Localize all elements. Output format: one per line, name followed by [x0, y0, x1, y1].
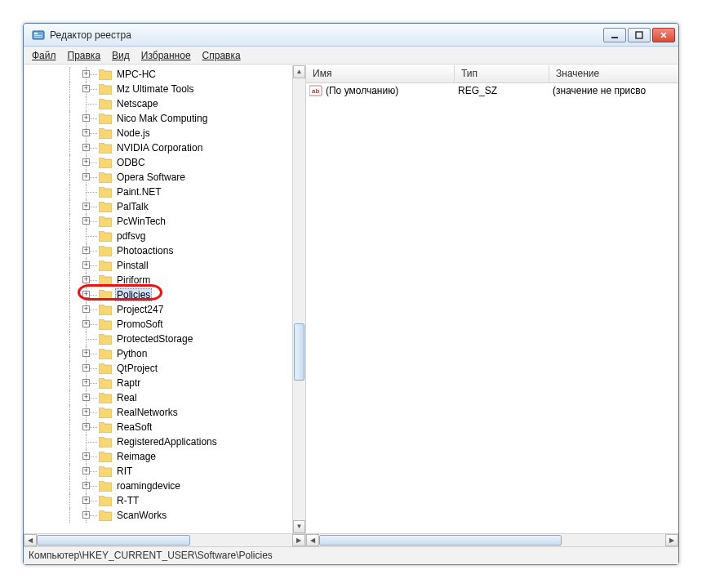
tree-item[interactable]: pdfsvg — [24, 229, 292, 243]
tree-item[interactable]: +NVIDIA Corporation — [24, 140, 292, 155]
string-value-icon: ab — [309, 85, 322, 96]
tree-item[interactable]: +Raptr — [24, 376, 292, 390]
expand-toggle[interactable]: + — [82, 394, 90, 401]
hscroll-thumb[interactable] — [37, 535, 190, 546]
expand-toggle[interactable]: + — [82, 129, 90, 136]
tree-item-label: QtProject — [115, 362, 159, 375]
tree-item[interactable]: +Real — [24, 390, 292, 405]
tree-item-label: roamingdevice — [115, 479, 182, 492]
folder-icon — [99, 349, 112, 359]
menu-view[interactable]: Вид — [107, 48, 135, 63]
expand-toggle[interactable]: + — [82, 497, 90, 504]
tree-item[interactable]: +ODBC — [24, 155, 292, 170]
minimize-button[interactable] — [603, 28, 626, 42]
tree-item-label: RealNetworks — [115, 406, 180, 419]
expand-toggle[interactable]: + — [82, 261, 90, 269]
expand-toggle[interactable]: + — [82, 114, 90, 122]
tree-item[interactable]: +Nico Mak Computing — [24, 111, 292, 126]
list-scroll-left-button[interactable]: ◀ — [306, 534, 319, 546]
expand-toggle[interactable]: + — [82, 408, 90, 416]
tree-scroll-area: +MPC-HC+Mz Ultimate ToolsNetscape+Nico M… — [24, 65, 305, 533]
tree-horizontal-scrollbar[interactable]: ◀ ▶ — [24, 533, 305, 546]
tree-item[interactable]: RegisteredApplications — [24, 434, 292, 449]
scroll-left-button[interactable]: ◀ — [24, 534, 37, 546]
expand-toggle[interactable]: + — [82, 511, 90, 519]
expand-toggle[interactable]: + — [82, 350, 90, 357]
tree-item[interactable]: +Photoactions — [24, 243, 292, 258]
expand-toggle[interactable]: + — [82, 467, 90, 474]
tree-item[interactable]: +PalTalk — [24, 199, 292, 214]
list-body[interactable]: ab (По умолчанию) REG_SZ (значение не пр… — [306, 83, 678, 533]
tree-item[interactable]: +Pinstall — [24, 258, 292, 273]
registry-tree[interactable]: +MPC-HC+Mz Ultimate ToolsNetscape+Nico M… — [24, 65, 292, 533]
tree-item[interactable]: Paint.NET — [24, 185, 292, 199]
statusbar: Компьютер\HKEY_CURRENT_USER\Software\Pol… — [24, 546, 678, 564]
expand-toggle[interactable]: + — [82, 203, 90, 210]
list-row[interactable]: ab (По умолчанию) REG_SZ (значение не пр… — [306, 83, 678, 98]
folder-icon — [99, 143, 112, 154]
menu-file[interactable]: Файл — [27, 48, 61, 63]
col-name[interactable]: Имя — [306, 65, 455, 82]
tree-item[interactable]: +Python — [24, 346, 292, 361]
tree-item[interactable]: +ScanWorks — [24, 508, 292, 523]
expand-toggle[interactable]: + — [82, 276, 90, 283]
tree-item[interactable]: +Piriform — [24, 273, 292, 287]
titlebar[interactable]: Редактор реестра — [24, 24, 678, 47]
tree-item[interactable]: +RealNetworks — [24, 405, 292, 420]
tree-item[interactable]: +roamingdevice — [24, 479, 292, 493]
expand-toggle[interactable]: + — [82, 423, 90, 430]
expand-toggle[interactable]: + — [82, 452, 90, 460]
tree-item[interactable]: +PromoSoft — [24, 317, 292, 332]
tree-item[interactable]: Netscape — [24, 96, 292, 111]
expand-toggle[interactable]: + — [82, 144, 90, 151]
expand-toggle[interactable]: + — [82, 247, 90, 254]
tree-item[interactable]: +PcWinTech — [24, 214, 292, 229]
col-type[interactable]: Тип — [455, 65, 549, 82]
svg-rect-1 — [34, 33, 38, 34]
tree-item[interactable]: +Opera Software — [24, 170, 292, 185]
menu-edit[interactable]: Правка — [63, 48, 106, 63]
expand-toggle[interactable]: + — [82, 320, 90, 327]
menu-favorites[interactable]: Избранное — [136, 48, 196, 63]
tree-item[interactable]: +ReaSoft — [24, 420, 292, 434]
tree-item-label: PcWinTech — [115, 215, 167, 228]
expand-toggle[interactable]: + — [82, 70, 90, 78]
expand-toggle[interactable]: + — [82, 482, 90, 489]
tree-item[interactable]: +Node.js — [24, 126, 292, 140]
tree-item[interactable]: +Project247 — [24, 302, 292, 317]
list-header[interactable]: Имя Тип Значение — [306, 65, 678, 83]
expand-toggle[interactable]: + — [82, 305, 90, 313]
close-button[interactable] — [652, 28, 675, 42]
scroll-right-button[interactable]: ▶ — [292, 534, 305, 546]
expand-toggle[interactable]: + — [82, 379, 90, 386]
maximize-button[interactable] — [628, 28, 651, 42]
expand-toggle[interactable]: + — [82, 158, 90, 166]
scroll-up-button[interactable]: ▲ — [293, 65, 305, 78]
col-value[interactable]: Значение — [549, 65, 678, 82]
scroll-track[interactable] — [293, 78, 305, 520]
scroll-down-button[interactable]: ▼ — [293, 520, 305, 533]
expand-toggle[interactable]: + — [82, 85, 90, 92]
expand-toggle[interactable]: + — [82, 291, 90, 298]
scroll-thumb[interactable] — [294, 323, 304, 381]
tree-vertical-scrollbar[interactable]: ▲ ▼ — [292, 65, 305, 533]
tree-item[interactable]: +QtProject — [24, 361, 292, 376]
tree-item[interactable]: +Policies — [24, 287, 292, 302]
tree-item[interactable]: +MPC-HC — [24, 67, 292, 82]
list-hscroll-thumb[interactable] — [319, 535, 562, 546]
list-horizontal-scrollbar[interactable]: ◀ ▶ — [306, 533, 678, 546]
value-type: REG_SZ — [458, 85, 553, 96]
list-scroll-right-button[interactable]: ▶ — [665, 534, 678, 546]
tree-item[interactable]: +Reimage — [24, 449, 292, 464]
svg-text:ab: ab — [312, 87, 319, 95]
expand-toggle[interactable]: + — [82, 364, 90, 372]
tree-item[interactable]: +R-TT — [24, 493, 292, 508]
menu-help[interactable]: Справка — [198, 48, 246, 63]
menubar: Файл Правка Вид Избранное Справка — [24, 47, 678, 65]
expand-toggle[interactable]: + — [82, 217, 90, 225]
tree-item[interactable]: +Mz Ultimate Tools — [24, 82, 292, 96]
expand-toggle[interactable]: + — [82, 173, 90, 180]
tree-item-label: ScanWorks — [115, 509, 168, 522]
tree-item[interactable]: ProtectedStorage — [24, 332, 292, 346]
tree-item[interactable]: +RIT — [24, 464, 292, 479]
